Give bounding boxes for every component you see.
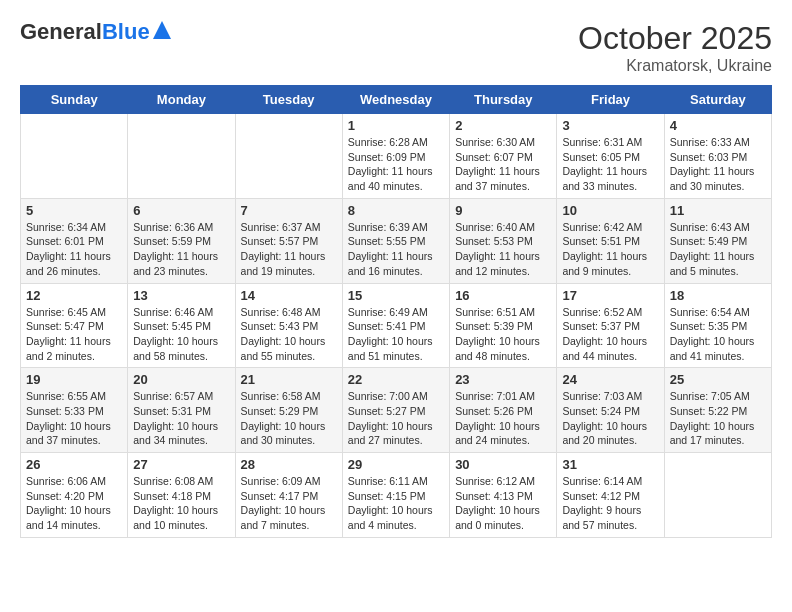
day-info: Sunrise: 6:43 AM Sunset: 5:49 PM Dayligh…: [670, 220, 766, 279]
weekday-header-wednesday: Wednesday: [342, 86, 449, 114]
calendar-cell: 25Sunrise: 7:05 AM Sunset: 5:22 PM Dayli…: [664, 368, 771, 453]
day-info: Sunrise: 6:39 AM Sunset: 5:55 PM Dayligh…: [348, 220, 444, 279]
day-info: Sunrise: 6:34 AM Sunset: 6:01 PM Dayligh…: [26, 220, 122, 279]
day-info: Sunrise: 6:40 AM Sunset: 5:53 PM Dayligh…: [455, 220, 551, 279]
day-info: Sunrise: 6:58 AM Sunset: 5:29 PM Dayligh…: [241, 389, 337, 448]
day-number: 6: [133, 203, 229, 218]
calendar-cell: 22Sunrise: 7:00 AM Sunset: 5:27 PM Dayli…: [342, 368, 449, 453]
calendar-cell: 20Sunrise: 6:57 AM Sunset: 5:31 PM Dayli…: [128, 368, 235, 453]
calendar-cell: 26Sunrise: 6:06 AM Sunset: 4:20 PM Dayli…: [21, 453, 128, 538]
day-number: 29: [348, 457, 444, 472]
day-number: 7: [241, 203, 337, 218]
weekday-header-thursday: Thursday: [450, 86, 557, 114]
day-number: 30: [455, 457, 551, 472]
calendar-week-4: 19Sunrise: 6:55 AM Sunset: 5:33 PM Dayli…: [21, 368, 772, 453]
day-info: Sunrise: 6:57 AM Sunset: 5:31 PM Dayligh…: [133, 389, 229, 448]
day-info: Sunrise: 6:48 AM Sunset: 5:43 PM Dayligh…: [241, 305, 337, 364]
calendar-cell: 13Sunrise: 6:46 AM Sunset: 5:45 PM Dayli…: [128, 283, 235, 368]
day-info: Sunrise: 6:37 AM Sunset: 5:57 PM Dayligh…: [241, 220, 337, 279]
weekday-header-row: SundayMondayTuesdayWednesdayThursdayFrid…: [21, 86, 772, 114]
day-number: 28: [241, 457, 337, 472]
day-number: 15: [348, 288, 444, 303]
calendar-cell: 8Sunrise: 6:39 AM Sunset: 5:55 PM Daylig…: [342, 198, 449, 283]
day-number: 18: [670, 288, 766, 303]
calendar-cell: 11Sunrise: 6:43 AM Sunset: 5:49 PM Dayli…: [664, 198, 771, 283]
day-info: Sunrise: 6:46 AM Sunset: 5:45 PM Dayligh…: [133, 305, 229, 364]
calendar-cell: 27Sunrise: 6:08 AM Sunset: 4:18 PM Dayli…: [128, 453, 235, 538]
day-number: 27: [133, 457, 229, 472]
day-info: Sunrise: 6:55 AM Sunset: 5:33 PM Dayligh…: [26, 389, 122, 448]
calendar-cell: 24Sunrise: 7:03 AM Sunset: 5:24 PM Dayli…: [557, 368, 664, 453]
day-info: Sunrise: 7:01 AM Sunset: 5:26 PM Dayligh…: [455, 389, 551, 448]
calendar-cell: 31Sunrise: 6:14 AM Sunset: 4:12 PM Dayli…: [557, 453, 664, 538]
logo-general: GeneralBlue: [20, 20, 150, 44]
day-info: Sunrise: 6:49 AM Sunset: 5:41 PM Dayligh…: [348, 305, 444, 364]
day-info: Sunrise: 6:30 AM Sunset: 6:07 PM Dayligh…: [455, 135, 551, 194]
day-info: Sunrise: 6:08 AM Sunset: 4:18 PM Dayligh…: [133, 474, 229, 533]
day-number: 12: [26, 288, 122, 303]
calendar-week-5: 26Sunrise: 6:06 AM Sunset: 4:20 PM Dayli…: [21, 453, 772, 538]
day-number: 31: [562, 457, 658, 472]
day-info: Sunrise: 7:03 AM Sunset: 5:24 PM Dayligh…: [562, 389, 658, 448]
calendar-cell: [664, 453, 771, 538]
calendar-cell: [21, 114, 128, 199]
day-number: 9: [455, 203, 551, 218]
day-info: Sunrise: 6:12 AM Sunset: 4:13 PM Dayligh…: [455, 474, 551, 533]
logo: GeneralBlue: [20, 20, 171, 44]
day-number: 17: [562, 288, 658, 303]
calendar-cell: 1Sunrise: 6:28 AM Sunset: 6:09 PM Daylig…: [342, 114, 449, 199]
day-info: Sunrise: 6:14 AM Sunset: 4:12 PM Dayligh…: [562, 474, 658, 533]
day-number: 22: [348, 372, 444, 387]
day-info: Sunrise: 6:09 AM Sunset: 4:17 PM Dayligh…: [241, 474, 337, 533]
day-number: 3: [562, 118, 658, 133]
calendar-cell: 2Sunrise: 6:30 AM Sunset: 6:07 PM Daylig…: [450, 114, 557, 199]
day-info: Sunrise: 6:42 AM Sunset: 5:51 PM Dayligh…: [562, 220, 658, 279]
day-info: Sunrise: 7:00 AM Sunset: 5:27 PM Dayligh…: [348, 389, 444, 448]
calendar-cell: 12Sunrise: 6:45 AM Sunset: 5:47 PM Dayli…: [21, 283, 128, 368]
day-number: 5: [26, 203, 122, 218]
day-number: 16: [455, 288, 551, 303]
day-number: 10: [562, 203, 658, 218]
calendar-cell: 4Sunrise: 6:33 AM Sunset: 6:03 PM Daylig…: [664, 114, 771, 199]
day-info: Sunrise: 7:05 AM Sunset: 5:22 PM Dayligh…: [670, 389, 766, 448]
calendar-week-3: 12Sunrise: 6:45 AM Sunset: 5:47 PM Dayli…: [21, 283, 772, 368]
calendar-cell: [128, 114, 235, 199]
day-number: 2: [455, 118, 551, 133]
day-number: 24: [562, 372, 658, 387]
weekday-header-sunday: Sunday: [21, 86, 128, 114]
day-number: 11: [670, 203, 766, 218]
logo-icon: [153, 21, 171, 39]
day-info: Sunrise: 6:06 AM Sunset: 4:20 PM Dayligh…: [26, 474, 122, 533]
calendar-week-2: 5Sunrise: 6:34 AM Sunset: 6:01 PM Daylig…: [21, 198, 772, 283]
day-number: 8: [348, 203, 444, 218]
calendar-cell: 18Sunrise: 6:54 AM Sunset: 5:35 PM Dayli…: [664, 283, 771, 368]
day-info: Sunrise: 6:52 AM Sunset: 5:37 PM Dayligh…: [562, 305, 658, 364]
title-block: October 2025 Kramatorsk, Ukraine: [578, 20, 772, 75]
weekday-header-friday: Friday: [557, 86, 664, 114]
day-number: 13: [133, 288, 229, 303]
svg-marker-0: [153, 21, 171, 39]
day-number: 20: [133, 372, 229, 387]
calendar-cell: 14Sunrise: 6:48 AM Sunset: 5:43 PM Dayli…: [235, 283, 342, 368]
page-header: GeneralBlue October 2025 Kramatorsk, Ukr…: [20, 20, 772, 75]
day-info: Sunrise: 6:36 AM Sunset: 5:59 PM Dayligh…: [133, 220, 229, 279]
calendar-cell: 16Sunrise: 6:51 AM Sunset: 5:39 PM Dayli…: [450, 283, 557, 368]
day-info: Sunrise: 6:31 AM Sunset: 6:05 PM Dayligh…: [562, 135, 658, 194]
calendar-cell: 17Sunrise: 6:52 AM Sunset: 5:37 PM Dayli…: [557, 283, 664, 368]
calendar-cell: 29Sunrise: 6:11 AM Sunset: 4:15 PM Dayli…: [342, 453, 449, 538]
day-info: Sunrise: 6:33 AM Sunset: 6:03 PM Dayligh…: [670, 135, 766, 194]
weekday-header-monday: Monday: [128, 86, 235, 114]
day-info: Sunrise: 6:11 AM Sunset: 4:15 PM Dayligh…: [348, 474, 444, 533]
calendar-cell: 10Sunrise: 6:42 AM Sunset: 5:51 PM Dayli…: [557, 198, 664, 283]
calendar-cell: 5Sunrise: 6:34 AM Sunset: 6:01 PM Daylig…: [21, 198, 128, 283]
calendar-cell: [235, 114, 342, 199]
day-number: 14: [241, 288, 337, 303]
weekday-header-tuesday: Tuesday: [235, 86, 342, 114]
day-number: 23: [455, 372, 551, 387]
weekday-header-saturday: Saturday: [664, 86, 771, 114]
calendar-cell: 28Sunrise: 6:09 AM Sunset: 4:17 PM Dayli…: [235, 453, 342, 538]
calendar-cell: 15Sunrise: 6:49 AM Sunset: 5:41 PM Dayli…: [342, 283, 449, 368]
location: Kramatorsk, Ukraine: [578, 57, 772, 75]
calendar-week-1: 1Sunrise: 6:28 AM Sunset: 6:09 PM Daylig…: [21, 114, 772, 199]
calendar-cell: 19Sunrise: 6:55 AM Sunset: 5:33 PM Dayli…: [21, 368, 128, 453]
